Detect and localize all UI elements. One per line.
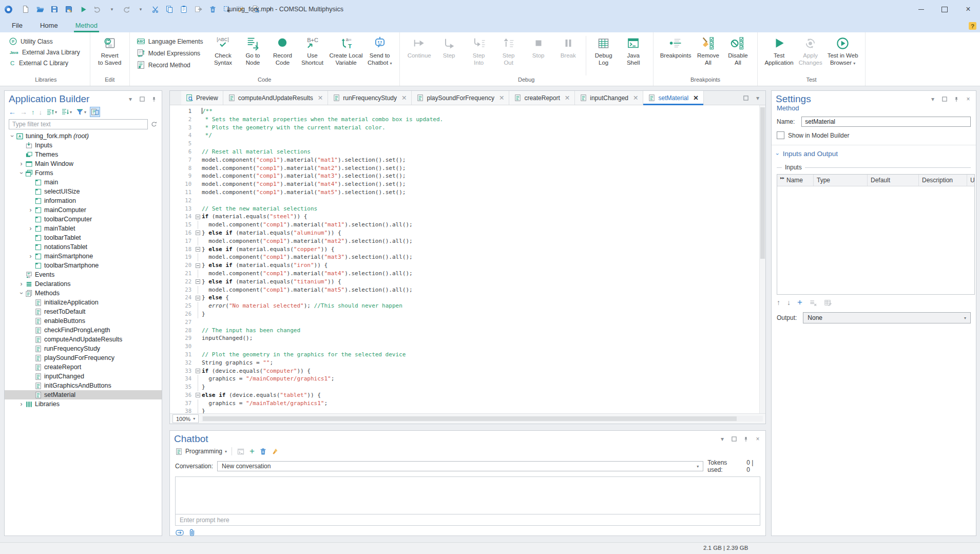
tree-item-initializeapplication[interactable]: initializeApplication (5, 298, 162, 307)
refresh-icon[interactable] (150, 121, 158, 128)
chevron-right-icon[interactable]: › (27, 253, 34, 260)
help-icon[interactable]: ? (968, 22, 977, 30)
tree-item-libraries[interactable]: ›Libraries (5, 399, 162, 409)
paste-button[interactable] (179, 5, 188, 14)
tree-item-mainsmartphone[interactable]: ›mainSmartphone (5, 252, 162, 261)
debug-log-button[interactable]: DebugLog (589, 35, 619, 67)
utility-class-button[interactable]: Utility Class (7, 36, 82, 46)
fold-marker[interactable] (194, 261, 202, 270)
use-shortcut-button[interactable]: B+CUseShortcut (297, 35, 327, 67)
panel-menu-caret-icon[interactable]: ▾ (929, 95, 936, 103)
attach-file-icon[interactable] (189, 528, 195, 537)
tree-item-forms[interactable]: ›Forms (5, 168, 162, 178)
chevron-right-icon[interactable]: › (27, 225, 34, 232)
chatbot-mode-select[interactable]: Programming ▾ (175, 448, 227, 455)
external-java-library-button[interactable]: JavaExternal Java Library (7, 48, 82, 56)
close-tab-icon[interactable]: ✕ (633, 94, 638, 102)
chevron-right-icon[interactable]: › (18, 400, 25, 408)
editor-tab-preview[interactable]: Preview (181, 91, 223, 105)
save-as-button[interactable] (64, 5, 73, 14)
new-document-button[interactable] (21, 5, 30, 14)
code-editor[interactable]: 1/**2 * Sets the material properties whe… (170, 105, 760, 413)
open-button[interactable] (35, 5, 45, 14)
fold-marker[interactable] (194, 278, 202, 286)
scrollbar-thumb[interactable] (203, 416, 737, 421)
send-to-chatbot-button[interactable]: Send toChatbot ▾ (365, 35, 395, 67)
tree-item-main[interactable]: main (5, 178, 162, 187)
undo-button[interactable] (93, 5, 102, 14)
tree-item-setmaterial[interactable]: setMaterial (5, 390, 162, 399)
chevron-right-icon[interactable]: › (27, 206, 34, 214)
tree-item-methods[interactable]: ›Methods (5, 289, 162, 298)
editor-tab-createreport[interactable]: createReport✕ (509, 91, 575, 105)
tree-item-information[interactable]: information (5, 196, 162, 205)
dropdown-caret-button[interactable]: ▾ (136, 5, 145, 14)
menu-tab-method[interactable]: Method (74, 20, 99, 32)
breakpoints-button[interactable]: Breakpoints (658, 35, 694, 60)
redo-button[interactable] (122, 5, 131, 14)
scrollbar-thumb[interactable] (760, 107, 765, 259)
close-panel-icon[interactable]: × (754, 435, 761, 443)
maximize-editor-icon[interactable] (742, 94, 750, 102)
fold-marker[interactable] (194, 391, 202, 399)
tree-item-events[interactable]: Events (5, 270, 162, 279)
go-back-button[interactable]: ← (9, 108, 16, 116)
tree-filter-input[interactable] (9, 119, 148, 129)
close-tab-icon[interactable]: ✕ (401, 94, 407, 102)
check-syntax-button[interactable]: [ABC]CheckSyntax (208, 35, 238, 67)
float-panel-icon[interactable] (139, 95, 146, 103)
zoom-control[interactable]: 100% ▾ (172, 414, 199, 423)
cut-button[interactable] (150, 5, 160, 14)
fold-marker[interactable] (194, 245, 202, 254)
send-prompt-icon[interactable] (175, 529, 184, 537)
test-in-web-browser-button[interactable]: Test in WebBrowser ▾ (825, 35, 860, 67)
chevron-right-icon[interactable]: › (18, 280, 25, 288)
column-header-default[interactable]: Default (868, 175, 919, 186)
tree-item-runfrequencystudy[interactable]: runFrequencyStudy (5, 344, 162, 353)
editor-tab-playsoundforfrequency[interactable]: playSoundForFrequency✕ (412, 91, 509, 105)
editor-tab-setmaterial[interactable]: setMaterial✕ (643, 91, 703, 105)
record-method-button[interactable]: Record Method (134, 60, 205, 70)
external-c-library-button[interactable]: CExternal C Library (7, 59, 82, 67)
tree-item-maintablet[interactable]: ›mainTablet (5, 224, 162, 233)
add-input-icon[interactable]: + (797, 299, 802, 306)
move-down-icon[interactable]: ↓ (787, 298, 791, 307)
tree-item-playsoundforfrequency[interactable]: playSoundForFrequency (5, 353, 162, 362)
inputs-and-output-section[interactable]: › Inputs and Output (772, 145, 976, 158)
collapse-list-button[interactable]: ▾ (61, 108, 72, 116)
close-tab-icon[interactable]: ✕ (499, 94, 504, 102)
chatbot-prompt-input[interactable]: Enter prompt here (175, 514, 760, 526)
float-panel-icon[interactable] (941, 95, 948, 103)
pin-panel-icon[interactable] (742, 435, 750, 443)
tree-item-maincomputer[interactable]: ›mainComputer (5, 205, 162, 215)
tree-item-notationstablet[interactable]: notationsTablet (5, 242, 162, 252)
maximize-button[interactable] (933, 0, 956, 18)
create-local-variable-button[interactable]: a=TCreate LocalVariable (327, 35, 364, 67)
close-button[interactable]: × (956, 0, 980, 18)
run-application-button[interactable] (79, 5, 88, 14)
fold-marker[interactable] (194, 294, 202, 302)
remove-all-button[interactable]: RemoveAll (693, 35, 723, 67)
menu-tab-file[interactable]: File (10, 20, 24, 32)
filter-button[interactable]: ▾ (76, 108, 86, 116)
tree-item-enablebuttons[interactable]: enableButtons (5, 316, 162, 326)
show-in-model-builder-row[interactable]: Show in Model Builder (772, 131, 976, 139)
tree-item-resettodefault[interactable]: resetToDefault (5, 307, 162, 316)
delete-conversation-icon[interactable] (259, 448, 267, 455)
tree-item-createreport[interactable]: createReport (5, 362, 162, 372)
tree-item-selectuisize[interactable]: selectUISize (5, 187, 162, 196)
chevron-right-icon[interactable]: › (18, 160, 25, 167)
record-code-button[interactable]: RecordCode (267, 35, 297, 67)
chevron-down-icon[interactable]: › (18, 169, 25, 177)
delete-button[interactable] (208, 5, 217, 14)
float-panel-icon[interactable] (731, 435, 738, 443)
editor-tab-inputchanged[interactable]: inputChanged✕ (575, 91, 643, 105)
panel-menu-caret-icon[interactable]: ▾ (127, 95, 134, 103)
editor-tab-runfrequencystudy[interactable]: runFrequencyStudy✕ (328, 91, 412, 105)
output-select[interactable]: None ▾ (803, 312, 971, 323)
tree-item-toolbartablet[interactable]: toolbarTablet (5, 233, 162, 242)
panel-menu-caret-icon[interactable]: ▾ (719, 435, 726, 443)
fold-marker[interactable] (194, 367, 202, 375)
close-panel-icon[interactable]: × (965, 95, 972, 103)
go-to-node-button[interactable]: Go toNode (238, 35, 267, 67)
